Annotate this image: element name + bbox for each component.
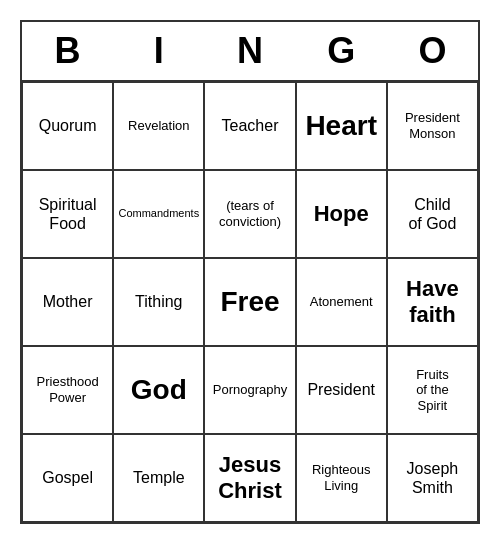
bingo-cell: Tithing [113, 258, 204, 346]
cell-text: Quorum [39, 116, 97, 135]
bingo-cell: JosephSmith [387, 434, 478, 522]
bingo-cell: Pornography [204, 346, 295, 434]
cell-text: (tears ofconviction) [219, 198, 281, 229]
cell-text: Free [220, 285, 279, 319]
cell-text: SpiritualFood [39, 195, 97, 233]
cell-text: JosephSmith [407, 459, 459, 497]
header-letter: G [296, 22, 387, 80]
cell-text: Heart [305, 109, 377, 143]
cell-text: Temple [133, 468, 185, 487]
cell-text: Revelation [128, 118, 189, 134]
cell-text: Atonement [310, 294, 373, 310]
bingo-header: BINGO [22, 22, 478, 82]
bingo-cell: Fruitsof theSpirit [387, 346, 478, 434]
cell-text: Mother [43, 292, 93, 311]
bingo-cell: PresidentMonson [387, 82, 478, 170]
bingo-cell: PriesthoodPower [22, 346, 113, 434]
bingo-cell: Commandments [113, 170, 204, 258]
bingo-cell: Hope [296, 170, 387, 258]
header-letter: N [204, 22, 295, 80]
bingo-card: BINGO QuorumRevelationTeacherHeartPresid… [20, 20, 480, 524]
cell-text: Fruitsof theSpirit [416, 367, 449, 414]
header-letter: B [22, 22, 113, 80]
bingo-cell: Teacher [204, 82, 295, 170]
bingo-cell: Childof God [387, 170, 478, 258]
cell-text: Hope [314, 201, 369, 227]
cell-text: JesusChrist [218, 452, 282, 505]
header-letter: I [113, 22, 204, 80]
bingo-cell: JesusChrist [204, 434, 295, 522]
bingo-cell: Heart [296, 82, 387, 170]
bingo-cell: Free [204, 258, 295, 346]
cell-text: PriesthoodPower [37, 374, 99, 405]
bingo-cell: RighteousLiving [296, 434, 387, 522]
bingo-cell: President [296, 346, 387, 434]
cell-text: God [131, 373, 187, 407]
bingo-grid: QuorumRevelationTeacherHeartPresidentMon… [22, 82, 478, 522]
bingo-cell: Havefaith [387, 258, 478, 346]
cell-text: Childof God [408, 195, 456, 233]
cell-text: Teacher [222, 116, 279, 135]
bingo-cell: (tears ofconviction) [204, 170, 295, 258]
bingo-cell: God [113, 346, 204, 434]
cell-text: RighteousLiving [312, 462, 371, 493]
bingo-cell: Gospel [22, 434, 113, 522]
bingo-cell: SpiritualFood [22, 170, 113, 258]
header-letter: O [387, 22, 478, 80]
cell-text: Gospel [42, 468, 93, 487]
cell-text: Havefaith [406, 276, 459, 329]
bingo-cell: Temple [113, 434, 204, 522]
bingo-cell: Quorum [22, 82, 113, 170]
cell-text: PresidentMonson [405, 110, 460, 141]
cell-text: Pornography [213, 382, 287, 398]
cell-text: Tithing [135, 292, 182, 311]
cell-text: President [307, 380, 375, 399]
bingo-cell: Mother [22, 258, 113, 346]
bingo-cell: Revelation [113, 82, 204, 170]
cell-text: Commandments [118, 207, 199, 220]
bingo-cell: Atonement [296, 258, 387, 346]
